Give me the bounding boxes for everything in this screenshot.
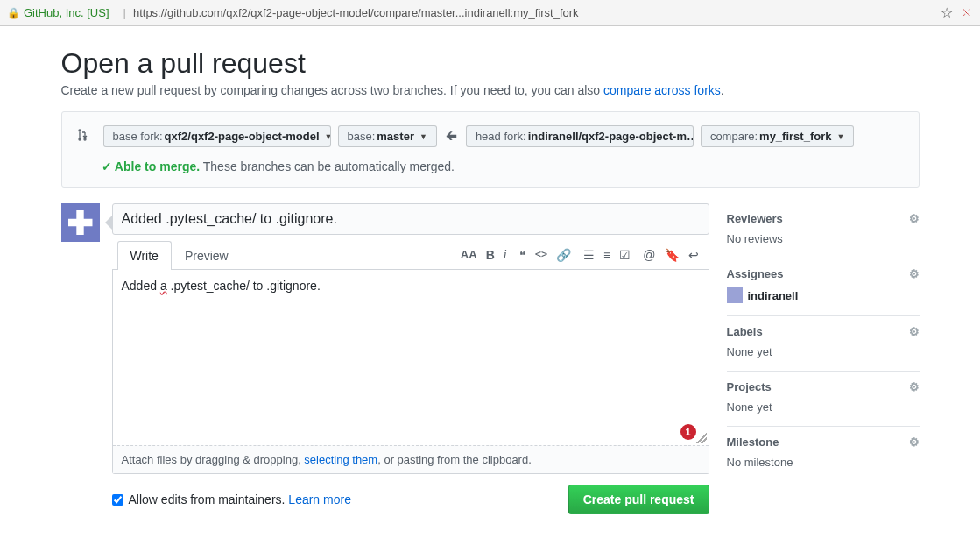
head-fork-label: head fork:: [476, 130, 526, 143]
git-compare-icon: [75, 128, 91, 145]
compare-value: my_first_fork: [759, 130, 831, 143]
italic-icon[interactable]: i: [504, 248, 507, 262]
attach-text-suffix: , or pasting from the clipboard.: [377, 453, 532, 466]
base-value: master: [377, 130, 414, 143]
pr-form: Write Preview AA B i ❝ <> 🔗 ☰ ≡: [112, 203, 709, 514]
attach-hint: Attach files by dragging & dropping, sel…: [113, 445, 709, 473]
page-subheader: Create a new pull request by comparing c…: [61, 83, 920, 97]
attach-text-prefix: Attach files by dragging & dropping,: [122, 453, 305, 466]
learn-more-link[interactable]: Learn more: [288, 492, 351, 506]
code-icon[interactable]: <>: [535, 248, 547, 262]
chevron-down-icon: ▼: [836, 132, 844, 141]
gear-icon[interactable]: ⚙: [909, 212, 920, 225]
base-label: base:: [348, 130, 376, 143]
compare-branch-select[interactable]: compare: my_first_fork ▼: [701, 125, 855, 147]
subheader-suffix: .: [721, 83, 724, 97]
sidebar: Reviewers ⚙ No reviews Assignees ⚙ indir…: [727, 203, 920, 481]
site-identity: GitHub, Inc. [US]: [24, 6, 109, 19]
form-actions: Allow edits from maintainers. Learn more…: [112, 485, 709, 514]
reviewers-title[interactable]: Reviewers: [727, 212, 783, 225]
sidebar-reviewers: Reviewers ⚙ No reviews: [727, 203, 920, 258]
comment-body-box: Added a .pytest_cache/ to .gitignore. 1 …: [112, 270, 709, 474]
sidebar-milestone: Milestone ⚙ No milestone: [727, 427, 920, 481]
pr-body-textarea[interactable]: Added a .pytest_cache/ to .gitignore.: [113, 270, 709, 436]
arrow-left-icon: 🡰: [444, 130, 459, 143]
allow-edits-label: Allow edits from maintainers. Learn more: [129, 492, 351, 506]
allow-edits-text: Allow edits from maintainers.: [129, 492, 289, 506]
labels-title[interactable]: Labels: [727, 325, 763, 338]
tab-preview[interactable]: Preview: [172, 241, 242, 270]
url-text[interactable]: https://github.com/qxf2/qxf2-page-object…: [133, 6, 941, 19]
create-pull-request-button[interactable]: Create pull request: [568, 485, 709, 514]
reply-icon[interactable]: ↩: [688, 248, 699, 262]
base-fork-select[interactable]: base fork: qxf2/qxf2-page-object-model ▼: [103, 125, 331, 147]
saved-reply-icon[interactable]: 🔖: [665, 248, 680, 262]
bookmark-star-icon[interactable]: ☆: [941, 4, 953, 21]
lock-icon: 🔒: [7, 7, 20, 19]
assignees-title[interactable]: Assignees: [727, 267, 784, 280]
milestone-title[interactable]: Milestone: [727, 435, 779, 449]
merge-status-text: These branches can be automatically merg…: [200, 159, 455, 173]
gear-icon[interactable]: ⚙: [909, 325, 920, 338]
sidebar-assignees: Assignees ⚙ indiranell: [727, 258, 920, 316]
gear-icon[interactable]: ⚙: [909, 267, 920, 280]
comment-tabs: Write Preview AA B i ❝ <> 🔗 ☰ ≡: [112, 240, 709, 270]
pr-title-input[interactable]: [112, 203, 709, 235]
compare-label: compare:: [710, 130, 758, 143]
resize-handle[interactable]: [696, 433, 707, 443]
text-size-icon[interactable]: AA: [461, 248, 477, 262]
sidebar-labels: Labels ⚙ None yet: [727, 316, 920, 372]
assignee-avatar: [727, 287, 743, 303]
quote-icon[interactable]: ❝: [519, 248, 526, 262]
allow-edits-checkbox[interactable]: [112, 494, 123, 506]
assignee-item[interactable]: indiranell: [727, 287, 920, 303]
url-separator: |: [123, 6, 126, 19]
base-branch-select[interactable]: base: master ▼: [338, 125, 437, 147]
mention-icon[interactable]: @: [643, 248, 655, 262]
assignee-name: indiranell: [748, 289, 799, 302]
range-editor: base fork: qxf2/qxf2-page-object-model ▼…: [61, 111, 920, 188]
unordered-list-icon[interactable]: ☰: [583, 248, 595, 262]
tab-write[interactable]: Write: [117, 241, 172, 270]
browser-address-bar: 🔒 GitHub, Inc. [US] | https://github.com…: [0, 0, 980, 26]
selecting-them-link[interactable]: selecting them: [304, 453, 377, 466]
sidebar-projects: Projects ⚙ None yet: [727, 372, 920, 427]
allow-edits-row: Allow edits from maintainers. Learn more: [112, 492, 351, 506]
gear-icon[interactable]: ⚙: [909, 435, 920, 449]
tasklist-icon[interactable]: ☑: [619, 248, 631, 262]
bold-icon[interactable]: B: [486, 248, 495, 262]
compare-across-forks-link[interactable]: compare across forks: [603, 83, 721, 97]
chevron-down-icon: ▼: [419, 132, 427, 141]
body-text-prefix: Added: [122, 279, 160, 293]
extension-icon[interactable]: ⛌: [962, 6, 973, 19]
user-avatar[interactable]: [61, 203, 100, 242]
labels-body: None yet: [727, 345, 920, 358]
base-fork-value: qxf2/qxf2-page-object-model: [165, 130, 320, 143]
notification-badge[interactable]: 1: [680, 424, 696, 440]
chevron-down-icon: ▼: [325, 132, 331, 141]
link-icon[interactable]: 🔗: [556, 248, 571, 262]
reviewers-body: No reviews: [727, 232, 920, 245]
markdown-toolbar: AA B i ❝ <> 🔗 ☰ ≡ ☑ @: [461, 248, 704, 262]
merge-check-text: ✓ Able to merge.: [102, 159, 201, 173]
spellcheck-word: a: [160, 279, 167, 293]
milestone-body: No milestone: [727, 456, 920, 469]
body-text-suffix: .pytest_cache/ to .gitignore.: [167, 279, 321, 293]
subheader-text: Create a new pull request by comparing c…: [61, 83, 603, 97]
page-title: Open a pull request: [61, 47, 920, 80]
head-fork-select[interactable]: head fork: indiranell/qxf2-page-object-m…: [466, 125, 694, 147]
projects-body: None yet: [727, 400, 920, 414]
projects-title[interactable]: Projects: [727, 380, 772, 393]
head-fork-value: indiranell/qxf2-page-object-m…: [528, 130, 694, 143]
ordered-list-icon[interactable]: ≡: [603, 248, 610, 262]
gear-icon[interactable]: ⚙: [909, 380, 920, 393]
base-fork-label: base fork:: [113, 130, 163, 143]
merge-status: ✓ Able to merge. These branches can be a…: [75, 159, 906, 173]
